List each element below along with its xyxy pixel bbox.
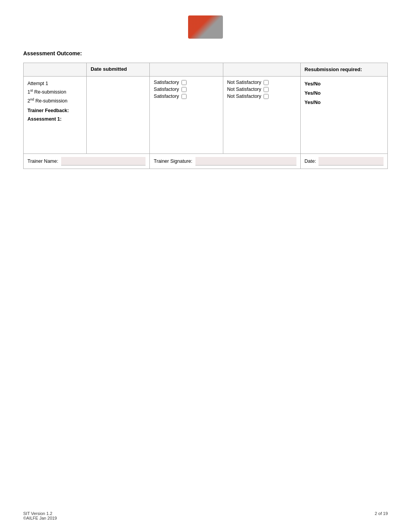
trainer-name-cell: Trainer Name:	[24, 154, 150, 169]
page-footer: SIT Version 1.2 ©AILFE Jan 2019 2 of 19	[23, 511, 388, 520]
satisfactory-1-label: Satisfactory	[154, 80, 179, 85]
not-satisfactory-3-item[interactable]: Not Satisfactory	[227, 94, 296, 99]
trainer-signature-cell: Trainer Signature:	[150, 154, 300, 169]
attempt-label: Attempt 1 1st Re-submission 2nd Re-submi…	[27, 80, 82, 123]
not-satisfactory-cell: Not Satisfactory Not Satisfactory Not Sa…	[223, 77, 300, 154]
attempt-labels-cell: Attempt 1 1st Re-submission 2nd Re-submi…	[24, 77, 87, 154]
satisfactory-1-checkbox[interactable]	[182, 80, 187, 85]
yes-no-2: Yes/No	[305, 89, 384, 98]
logo-image	[188, 15, 223, 39]
logo-area	[23, 15, 388, 39]
resubmission-cell: Yes/No Yes/No Yes/No	[300, 77, 387, 154]
resubmission-1-label: 1st Re-submission	[27, 88, 82, 96]
not-satisfactory-1-label: Not Satisfactory	[227, 80, 261, 85]
satisfactory-cell: Satisfactory Satisfactory Satisfactory	[150, 77, 223, 154]
resubmission-2-label: 2nd Re-submission	[27, 97, 82, 105]
section-title: Assessment Outcome:	[23, 50, 388, 56]
not-satisfactory-2-checkbox[interactable]	[264, 87, 269, 92]
trainer-name-input[interactable]	[61, 157, 146, 165]
assessment-table: Date submitted Resubmission required: At…	[23, 63, 388, 169]
header-col-label	[24, 63, 87, 77]
attempt-1-label: Attempt 1	[27, 80, 82, 88]
satisfactory-3-checkbox[interactable]	[182, 94, 187, 99]
trainer-signature-label: Trainer Signature:	[154, 159, 192, 164]
header-col-satisfactory	[150, 63, 223, 77]
footer-left: SIT Version 1.2 ©AILFE Jan 2019	[23, 511, 57, 520]
trainer-date-cell: Date:	[300, 154, 387, 169]
satisfactory-2-item[interactable]: Satisfactory	[154, 87, 219, 92]
footer-right: 2 of 19	[375, 511, 388, 520]
table-data-row: Attempt 1 1st Re-submission 2nd Re-submi…	[24, 77, 388, 154]
yes-no-group: Yes/No Yes/No Yes/No	[305, 80, 384, 107]
not-satisfactory-2-label: Not Satisfactory	[227, 87, 261, 92]
satisfactory-3-item[interactable]: Satisfactory	[154, 94, 219, 99]
not-satisfactory-3-checkbox[interactable]	[264, 94, 269, 99]
header-col-not-satisfactory	[223, 63, 300, 77]
not-satisfactory-1-item[interactable]: Not Satisfactory	[227, 80, 296, 85]
date-submitted-cell[interactable]	[87, 77, 150, 154]
header-col-resubmission: Resubmission required:	[300, 63, 387, 77]
satisfactory-2-checkbox[interactable]	[182, 87, 187, 92]
header-col-date: Date submitted	[87, 63, 150, 77]
not-satisfactory-3-label: Not Satisfactory	[227, 94, 261, 99]
not-satisfactory-1-checkbox[interactable]	[264, 80, 269, 85]
trainer-name-label: Trainer Name:	[27, 159, 58, 164]
trainer-feedback-label: Trainer Feedback:	[27, 107, 82, 115]
assessment-1-label: Assessment 1:	[27, 115, 82, 123]
yes-no-3: Yes/No	[305, 98, 384, 107]
satisfactory-1-item[interactable]: Satisfactory	[154, 80, 219, 85]
trainer-signature-input[interactable]	[195, 157, 296, 165]
table-header-row: Date submitted Resubmission required:	[24, 63, 388, 77]
not-satisfactory-2-item[interactable]: Not Satisfactory	[227, 87, 296, 92]
trainer-date-input[interactable]	[319, 157, 384, 165]
page-container: Assessment Outcome: Date submitted Resub…	[0, 0, 411, 532]
date-label: Date:	[305, 159, 316, 164]
trainer-info-row: Trainer Name: Trainer Signature: Date:	[24, 154, 388, 169]
satisfactory-3-label: Satisfactory	[154, 94, 179, 99]
satisfactory-2-label: Satisfactory	[154, 87, 179, 92]
yes-no-1: Yes/No	[305, 80, 384, 89]
